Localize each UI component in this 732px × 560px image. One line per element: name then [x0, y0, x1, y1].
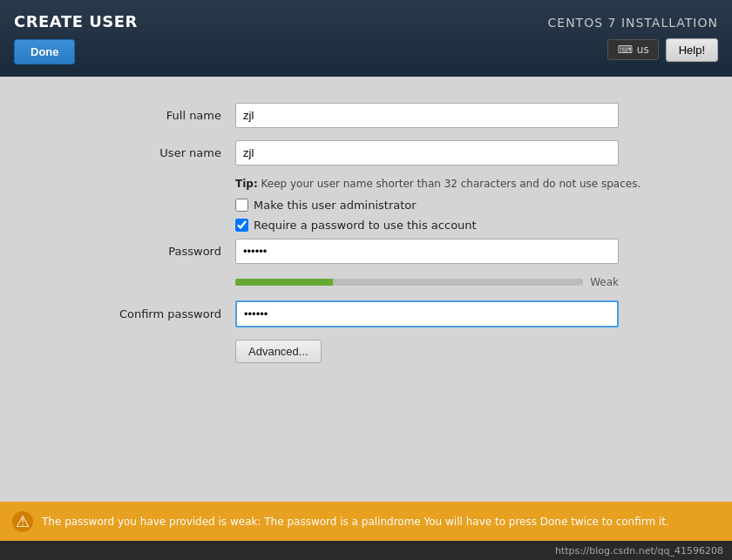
tip-spacer — [61, 178, 235, 190]
require-password-checkbox[interactable] — [235, 219, 248, 232]
require-password-label[interactable]: Require a password to use this account — [235, 219, 477, 232]
fullname-label: Full name — [61, 109, 235, 122]
tip-row: Tip: Keep your user name shorter than 32… — [61, 178, 671, 190]
header: CREATE USER Done CENTOS 7 INSTALLATION ⌨… — [0, 0, 732, 77]
warning-text: The password you have provided is weak: … — [42, 516, 720, 528]
url-bar: https://blog.csdn.net/qq_41596208 — [0, 541, 732, 560]
strength-bar-fill — [235, 279, 333, 286]
warning-icon: ⚠ — [12, 511, 33, 532]
form-container: Full name User name Tip: Keep your user … — [61, 103, 671, 363]
require-password-text: Require a password to use this account — [254, 219, 477, 232]
fullname-row: Full name — [61, 103, 671, 128]
require-password-row: Require a password to use this account — [61, 219, 671, 232]
advanced-row: Advanced... — [61, 340, 671, 363]
strength-row: Weak — [61, 276, 671, 288]
centos-title: CENTOS 7 INSTALLATION — [548, 16, 718, 30]
admin-checkbox[interactable] — [235, 199, 248, 212]
admin-checkbox-label[interactable]: Make this user administrator — [235, 199, 417, 212]
advanced-button[interactable]: Advanced... — [235, 340, 322, 363]
url-text: https://blog.csdn.net/qq_41596208 — [555, 545, 723, 557]
page-title: CREATE USER — [14, 12, 138, 30]
header-left: CREATE USER Done — [14, 12, 138, 64]
username-label: User name — [61, 146, 235, 159]
confirm-password-input[interactable] — [235, 300, 619, 327]
help-button[interactable]: Help! — [666, 38, 718, 62]
footer-warning: ⚠ The password you have provided is weak… — [0, 502, 732, 541]
done-button[interactable]: Done — [14, 39, 75, 64]
confirm-password-row: Confirm password — [61, 300, 671, 327]
tip-label: Tip: — [235, 178, 258, 190]
admin-checkbox-row: Make this user administrator — [61, 199, 671, 212]
main-content: Full name User name Tip: Keep your user … — [0, 77, 732, 521]
tip-text: Tip: Keep your user name shorter than 32… — [235, 178, 640, 190]
password-label: Password — [61, 245, 235, 258]
header-right: CENTOS 7 INSTALLATION ⌨ us Help! — [548, 16, 718, 62]
admin-checkbox-text: Make this user administrator — [254, 199, 417, 212]
strength-bar-container: Weak — [235, 276, 619, 288]
fullname-input[interactable] — [235, 103, 619, 128]
header-controls: ⌨ us Help! — [607, 38, 718, 62]
password-row: Password — [61, 239, 671, 264]
keyboard-layout-label: us — [637, 44, 649, 56]
keyboard-icon: ⌨ — [617, 44, 632, 56]
keyboard-indicator[interactable]: ⌨ us — [607, 39, 658, 60]
username-row: User name — [61, 140, 671, 165]
password-input[interactable] — [235, 239, 619, 264]
username-input[interactable] — [235, 140, 619, 165]
strength-bar — [235, 279, 583, 286]
strength-label: Weak — [590, 276, 619, 288]
confirm-password-label: Confirm password — [61, 307, 235, 320]
